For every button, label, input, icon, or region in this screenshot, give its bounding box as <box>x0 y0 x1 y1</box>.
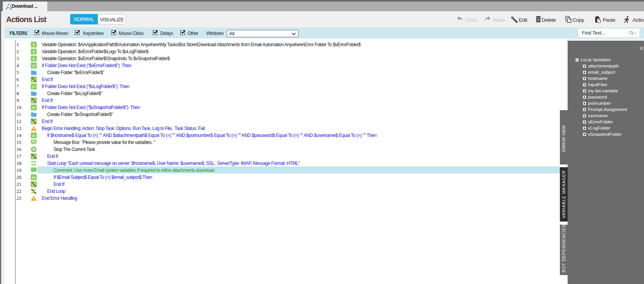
svg-text:IF: IF <box>32 85 36 89</box>
svg-text:$: $ <box>33 49 35 54</box>
svg-text:$: $ <box>33 56 35 61</box>
svg-text:IF: IF <box>32 176 36 180</box>
svg-text:IF: IF <box>32 106 36 110</box>
svg-text:IF: IF <box>32 134 36 138</box>
svg-text:$: $ <box>33 42 35 47</box>
svg-text:IF: IF <box>32 64 36 68</box>
